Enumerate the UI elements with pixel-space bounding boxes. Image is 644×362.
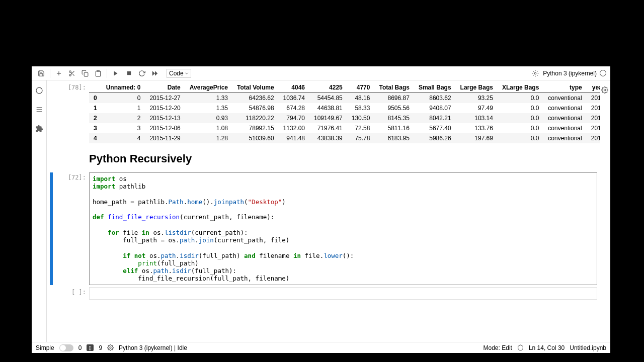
table-cell: 794.70 [279,113,309,123]
table-cell: conventional [543,113,586,123]
table-cell: 93.25 [456,93,498,104]
table-cell: 941.48 [279,133,309,143]
notification-icon[interactable] [530,68,541,79]
table-row: 442015-11-291.2851039.60941.4843838.3975… [89,133,600,143]
code-editor[interactable]: import os import pathlib home_path = pat… [89,172,597,285]
kernel-status[interactable]: Python 3 (ipykernel) | Idle [119,344,187,351]
terminal-icon[interactable]: ▯ [87,344,94,351]
table-cell: 130.50 [347,113,375,123]
table-cell: conventional [543,133,586,143]
table-cell: 4 [102,133,145,143]
code-cell[interactable]: [72]: import os import pathlib home_path… [50,172,597,285]
table-cell: 2015-11-29 [145,133,185,143]
cell-type-select[interactable]: Code [167,69,189,78]
empty-code-cell[interactable]: [ ]: [50,287,597,300]
table-cell: 0.93 [185,113,232,123]
column-header: Large Bags [456,82,498,93]
table-cell: 5986.26 [414,133,456,143]
svg-marker-9 [114,71,118,75]
copy-button[interactable] [79,68,91,79]
run-all-button[interactable] [149,68,160,79]
table-cell: conventional [543,93,586,104]
table-cell: 2015 [587,93,600,104]
cut-button[interactable] [66,68,77,79]
input-prompt: [ ]: [53,287,89,300]
table-cell: 2015 [587,113,600,123]
code-text[interactable]: import os import pathlib home_path = pat… [93,175,594,283]
table-cell: 71976.41 [309,123,347,133]
code-editor[interactable] [89,287,597,300]
svg-point-13 [535,72,537,74]
notebook-main[interactable]: [78]: Unnamed: 0DateAveragePriceTotal Vo… [47,80,600,342]
restart-button[interactable] [136,68,147,79]
svg-marker-11 [152,71,155,75]
svg-point-14 [36,87,42,94]
table-cell: 58.33 [347,103,375,113]
gear-icon[interactable] [107,344,114,351]
property-inspector-icon[interactable] [601,86,609,95]
table-cell: 1.35 [185,103,232,113]
run-button[interactable] [110,68,121,79]
column-header: Total Bags [374,82,414,93]
svg-rect-10 [127,71,130,75]
svg-rect-8 [97,70,100,71]
dataframe-output: Unnamed: 0DateAveragePriceTotal Volume40… [89,82,600,143]
table-cell: conventional [543,123,586,133]
svg-rect-7 [84,72,88,76]
table-row: 222015-12-130.93118220.22794.70109149.67… [89,113,600,123]
table-cell: 0.0 [498,103,543,113]
svg-line-6 [71,72,72,73]
svg-line-5 [72,74,74,75]
input-prompt: [72]: [53,172,89,285]
table-cell: 109149.67 [309,113,347,123]
file-name[interactable]: Untitled.ipynb [570,344,606,351]
extension-icon[interactable] [35,125,43,133]
simple-toggle[interactable] [59,344,73,351]
notebook-toolbar: Code Python 3 (ipykernel) [32,66,610,80]
column-header: AveragePrice [185,82,232,93]
add-cell-button[interactable] [53,68,64,79]
table-cell: 48.16 [347,93,375,104]
table-cell: 1.08 [185,123,232,133]
column-header: type [543,82,586,93]
table-cell: 0.0 [498,133,543,143]
kernel-status-icon [600,70,606,76]
table-cell: 97.49 [456,103,498,113]
table-cell: 2015 [587,103,600,113]
table-cell: 2015-12-13 [145,113,185,123]
column-header: 4225 [309,82,347,93]
kernel-indicator[interactable]: Python 3 (ipykernel) [543,70,606,77]
column-header: year [587,82,600,93]
folder-icon[interactable] [35,86,43,95]
svg-point-3 [69,74,71,76]
table-cell: 133.76 [456,123,498,133]
table-cell: 9408.07 [414,103,456,113]
table-cell: 2015-12-20 [145,103,185,113]
svg-point-2 [69,70,71,72]
table-cell: 54454.85 [309,93,347,104]
table-cell: 0 [102,93,145,104]
notification-bell-icon[interactable] [517,344,524,351]
divider [107,69,107,78]
table-cell: 1 [102,103,145,113]
table-row: 002015-12-271.3364236.621036.7454454.854… [89,93,600,104]
table-cell: 78992.15 [232,123,279,133]
paste-button[interactable] [93,68,104,79]
column-header: Unnamed: 0 [102,82,145,93]
table-cell: 2015 [587,123,600,133]
table-cell: 8145.35 [374,113,414,123]
save-button[interactable] [36,68,47,79]
toc-icon[interactable] [35,106,43,114]
table-cell: 54876.98 [232,103,279,113]
cell-type-dropdown[interactable]: Code [167,69,191,78]
table-cell: 8603.62 [414,93,456,104]
table-cell: 2 [102,113,145,123]
table-cell: 64236.62 [232,93,279,104]
table-cell: 118220.22 [232,113,279,123]
markdown-cell[interactable]: Python Recursively [50,145,597,170]
status-count-9: 9 [99,344,102,351]
svg-point-18 [604,89,606,91]
stop-button[interactable] [123,68,134,79]
table-cell: 8042.21 [414,113,456,123]
table-cell: 2015 [587,133,600,143]
